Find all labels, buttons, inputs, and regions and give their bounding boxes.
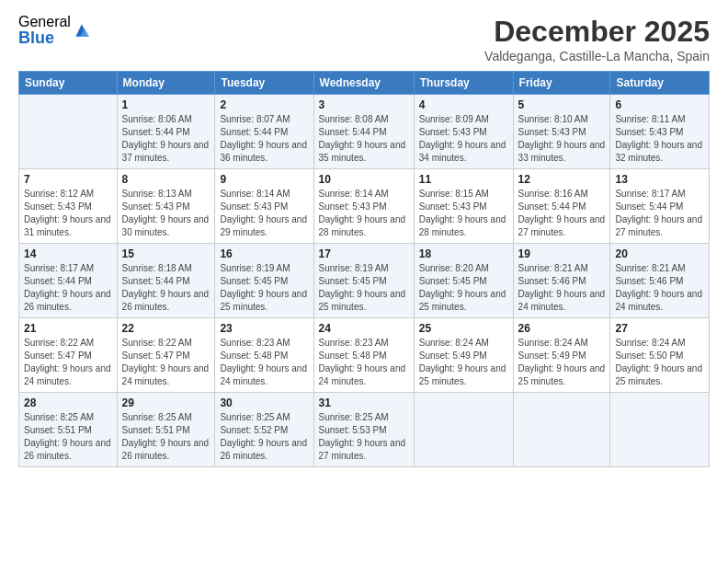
calendar-cell: 30Sunrise: 8:25 AMSunset: 5:52 PMDayligh… bbox=[215, 393, 313, 467]
day-number: 15 bbox=[122, 247, 210, 260]
day-info: Sunrise: 8:15 AMSunset: 5:43 PMDaylight:… bbox=[419, 188, 508, 239]
header-saturday: Saturday bbox=[610, 72, 710, 95]
day-info: Sunrise: 8:24 AMSunset: 5:49 PMDaylight:… bbox=[518, 337, 606, 388]
calendar-cell: 21Sunrise: 8:22 AMSunset: 5:47 PMDayligh… bbox=[19, 318, 118, 393]
logo-general: General bbox=[18, 15, 71, 29]
calendar-cell: 26Sunrise: 8:24 AMSunset: 5:49 PMDayligh… bbox=[513, 318, 610, 393]
calendar-cell: 3Sunrise: 8:08 AMSunset: 5:44 PMDaylight… bbox=[313, 95, 414, 169]
logo: General Blue bbox=[18, 15, 91, 46]
day-number: 30 bbox=[220, 396, 308, 409]
calendar-cell: 29Sunrise: 8:25 AMSunset: 5:51 PMDayligh… bbox=[117, 393, 215, 467]
logo-text: General Blue bbox=[18, 15, 71, 46]
day-number: 19 bbox=[518, 247, 606, 260]
day-info: Sunrise: 8:24 AMSunset: 5:49 PMDaylight:… bbox=[419, 337, 508, 388]
day-number: 21 bbox=[24, 322, 112, 335]
header-tuesday: Tuesday bbox=[215, 72, 313, 95]
day-number: 8 bbox=[122, 173, 210, 186]
week-row-3: 21Sunrise: 8:22 AMSunset: 5:47 PMDayligh… bbox=[19, 318, 710, 393]
calendar-cell bbox=[610, 393, 710, 467]
day-info: Sunrise: 8:22 AMSunset: 5:47 PMDaylight:… bbox=[24, 337, 112, 388]
calendar-cell: 23Sunrise: 8:23 AMSunset: 5:48 PMDayligh… bbox=[215, 318, 313, 393]
day-info: Sunrise: 8:19 AMSunset: 5:45 PMDaylight:… bbox=[319, 262, 409, 314]
logo-blue: Blue bbox=[18, 29, 71, 46]
day-info: Sunrise: 8:12 AMSunset: 5:43 PMDaylight:… bbox=[24, 188, 112, 239]
day-number: 6 bbox=[615, 98, 704, 111]
day-number: 25 bbox=[419, 322, 508, 335]
calendar-cell: 22Sunrise: 8:22 AMSunset: 5:47 PMDayligh… bbox=[117, 318, 215, 393]
day-number: 16 bbox=[220, 247, 308, 260]
calendar-cell: 17Sunrise: 8:19 AMSunset: 5:45 PMDayligh… bbox=[313, 244, 414, 318]
day-number: 20 bbox=[615, 247, 704, 260]
week-row-1: 7Sunrise: 8:12 AMSunset: 5:43 PMDaylight… bbox=[19, 169, 710, 244]
day-info: Sunrise: 8:23 AMSunset: 5:48 PMDaylight:… bbox=[319, 337, 409, 388]
calendar-cell bbox=[414, 393, 513, 467]
calendar-cell: 18Sunrise: 8:20 AMSunset: 5:45 PMDayligh… bbox=[414, 244, 513, 318]
day-number: 7 bbox=[24, 173, 112, 186]
day-number: 17 bbox=[319, 247, 409, 260]
calendar-cell: 20Sunrise: 8:21 AMSunset: 5:46 PMDayligh… bbox=[610, 244, 710, 318]
calendar-cell: 28Sunrise: 8:25 AMSunset: 5:51 PMDayligh… bbox=[19, 393, 118, 467]
day-number: 5 bbox=[518, 98, 606, 111]
calendar-cell: 31Sunrise: 8:25 AMSunset: 5:53 PMDayligh… bbox=[313, 393, 414, 467]
calendar-cell: 14Sunrise: 8:17 AMSunset: 5:44 PMDayligh… bbox=[19, 244, 118, 318]
day-info: Sunrise: 8:25 AMSunset: 5:53 PMDaylight:… bbox=[319, 411, 409, 463]
calendar-cell: 6Sunrise: 8:11 AMSunset: 5:43 PMDaylight… bbox=[610, 95, 710, 169]
header-thursday: Thursday bbox=[414, 72, 513, 95]
day-info: Sunrise: 8:06 AMSunset: 5:44 PMDaylight:… bbox=[122, 113, 210, 165]
month-title: December 2025 bbox=[484, 15, 710, 49]
day-info: Sunrise: 8:24 AMSunset: 5:50 PMDaylight:… bbox=[615, 337, 704, 388]
day-info: Sunrise: 8:14 AMSunset: 5:43 PMDaylight:… bbox=[220, 188, 308, 239]
calendar-cell: 16Sunrise: 8:19 AMSunset: 5:45 PMDayligh… bbox=[215, 244, 313, 318]
day-number: 13 bbox=[615, 173, 704, 186]
day-number: 26 bbox=[518, 322, 606, 335]
week-row-0: 1Sunrise: 8:06 AMSunset: 5:44 PMDaylight… bbox=[19, 95, 710, 169]
calendar-cell: 11Sunrise: 8:15 AMSunset: 5:43 PMDayligh… bbox=[414, 169, 513, 244]
day-number: 3 bbox=[319, 98, 409, 111]
day-info: Sunrise: 8:23 AMSunset: 5:48 PMDaylight:… bbox=[220, 337, 308, 388]
day-number: 14 bbox=[24, 247, 112, 260]
calendar-cell: 7Sunrise: 8:12 AMSunset: 5:43 PMDaylight… bbox=[19, 169, 118, 244]
day-number: 31 bbox=[319, 396, 409, 409]
day-info: Sunrise: 8:09 AMSunset: 5:43 PMDaylight:… bbox=[419, 113, 508, 165]
calendar-cell: 5Sunrise: 8:10 AMSunset: 5:43 PMDaylight… bbox=[513, 95, 610, 169]
day-number: 2 bbox=[220, 98, 308, 111]
calendar-body: 1Sunrise: 8:06 AMSunset: 5:44 PMDaylight… bbox=[19, 95, 710, 467]
calendar-cell: 2Sunrise: 8:07 AMSunset: 5:44 PMDaylight… bbox=[215, 95, 313, 169]
day-info: Sunrise: 8:08 AMSunset: 5:44 PMDaylight:… bbox=[319, 113, 409, 165]
day-number: 18 bbox=[419, 247, 508, 260]
day-number: 24 bbox=[319, 322, 409, 335]
day-info: Sunrise: 8:10 AMSunset: 5:43 PMDaylight:… bbox=[518, 113, 606, 165]
day-info: Sunrise: 8:17 AMSunset: 5:44 PMDaylight:… bbox=[24, 262, 112, 314]
day-info: Sunrise: 8:25 AMSunset: 5:51 PMDaylight:… bbox=[122, 411, 210, 463]
calendar-cell: 19Sunrise: 8:21 AMSunset: 5:46 PMDayligh… bbox=[513, 244, 610, 318]
header: General Blue December 2025 Valdeganga, C… bbox=[18, 15, 710, 63]
header-monday: Monday bbox=[117, 72, 215, 95]
logo-icon bbox=[73, 21, 91, 40]
calendar-header: Sunday Monday Tuesday Wednesday Thursday… bbox=[19, 72, 710, 95]
header-friday: Friday bbox=[513, 72, 610, 95]
day-number: 12 bbox=[518, 173, 606, 186]
day-info: Sunrise: 8:22 AMSunset: 5:47 PMDaylight:… bbox=[122, 337, 210, 388]
day-info: Sunrise: 8:21 AMSunset: 5:46 PMDaylight:… bbox=[615, 262, 704, 314]
day-info: Sunrise: 8:20 AMSunset: 5:45 PMDaylight:… bbox=[419, 262, 508, 314]
day-number: 28 bbox=[24, 396, 112, 409]
day-number: 9 bbox=[220, 173, 308, 186]
calendar-cell: 12Sunrise: 8:16 AMSunset: 5:44 PMDayligh… bbox=[513, 169, 610, 244]
day-info: Sunrise: 8:14 AMSunset: 5:43 PMDaylight:… bbox=[319, 188, 409, 239]
calendar-cell: 13Sunrise: 8:17 AMSunset: 5:44 PMDayligh… bbox=[610, 169, 710, 244]
calendar-table: Sunday Monday Tuesday Wednesday Thursday… bbox=[18, 71, 710, 467]
day-number: 23 bbox=[220, 322, 308, 335]
day-number: 1 bbox=[122, 98, 210, 111]
day-number: 27 bbox=[615, 322, 704, 335]
week-row-4: 28Sunrise: 8:25 AMSunset: 5:51 PMDayligh… bbox=[19, 393, 710, 467]
day-number: 4 bbox=[419, 98, 508, 111]
day-info: Sunrise: 8:07 AMSunset: 5:44 PMDaylight:… bbox=[220, 113, 308, 165]
header-sunday: Sunday bbox=[19, 72, 118, 95]
week-row-2: 14Sunrise: 8:17 AMSunset: 5:44 PMDayligh… bbox=[19, 244, 710, 318]
calendar-cell: 27Sunrise: 8:24 AMSunset: 5:50 PMDayligh… bbox=[610, 318, 710, 393]
day-info: Sunrise: 8:25 AMSunset: 5:52 PMDaylight:… bbox=[220, 411, 308, 463]
day-info: Sunrise: 8:18 AMSunset: 5:44 PMDaylight:… bbox=[122, 262, 210, 314]
day-info: Sunrise: 8:25 AMSunset: 5:51 PMDaylight:… bbox=[24, 411, 112, 463]
day-info: Sunrise: 8:17 AMSunset: 5:44 PMDaylight:… bbox=[615, 188, 704, 239]
subtitle: Valdeganga, Castille-La Mancha, Spain bbox=[484, 49, 710, 63]
